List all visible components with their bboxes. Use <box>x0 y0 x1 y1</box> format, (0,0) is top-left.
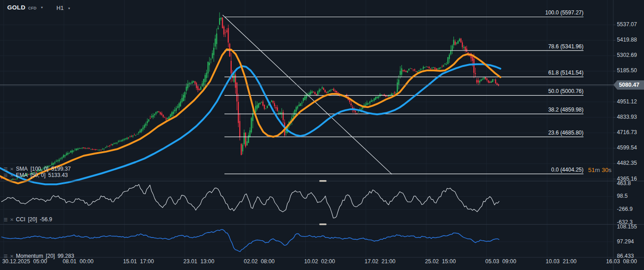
countdown-seconds: 30 <box>602 167 608 173</box>
indicator-legend-cci[interactable]: ☰ ✕ CCI[20]-56.9 <box>4 216 55 223</box>
ema-value: 5133.43 <box>48 172 68 178</box>
panel-resize-handle[interactable] <box>319 180 327 182</box>
close-icon[interactable]: ✕ <box>10 167 14 172</box>
trading-chart-window: 5537.075419.885302.695185.504951.124833.… <box>0 0 644 270</box>
grid-lines <box>0 0 613 257</box>
sma-name: SMA <box>16 166 28 172</box>
countdown-seconds-unit: s <box>608 167 611 173</box>
indicator-legend-sma[interactable]: ☰ ✕ SMA[100, 0]5199.37 <box>4 166 74 172</box>
current-price-tag: 5080.47 <box>613 80 644 90</box>
menu-icon[interactable]: ☰ <box>4 167 8 172</box>
time-scale[interactable] <box>0 258 644 270</box>
chart-canvas[interactable] <box>0 0 644 270</box>
timeframe-selector[interactable]: H1 ▾ <box>56 5 70 11</box>
momentum-line <box>1 229 499 251</box>
moving-averages <box>0 49 500 184</box>
sma-params: [100, 0] <box>30 166 48 172</box>
close-icon[interactable]: ✕ <box>10 173 14 178</box>
price-scale[interactable] <box>614 0 644 270</box>
momentum-name: Momentum <box>16 253 43 259</box>
countdown-minutes-unit: m <box>595 167 600 173</box>
ema-name: EMA <box>16 172 28 178</box>
countdown-minutes: 51 <box>588 167 595 173</box>
close-icon[interactable]: ✕ <box>10 254 14 259</box>
timeframe-label: H1 <box>56 5 64 11</box>
menu-icon[interactable]: ☰ <box>4 217 8 222</box>
close-icon[interactable]: ✕ <box>10 217 14 222</box>
cci-value: -56.9 <box>40 216 52 223</box>
instrument-type-badge: CFD <box>28 6 37 10</box>
sma-value: 5199.37 <box>51 166 70 172</box>
sma-line <box>0 64 500 184</box>
candle-countdown-timer: 51m 30s <box>588 167 611 173</box>
momentum-value: 99.283 <box>57 253 74 259</box>
symbol-name: GOLD <box>7 4 25 11</box>
ema-params: [50, 0] <box>30 172 45 178</box>
trendline <box>223 15 392 174</box>
symbol-selector[interactable]: GOLD CFD ▾ <box>7 4 43 11</box>
panel-resize-handle[interactable] <box>319 223 327 225</box>
cci-line <box>1 184 499 218</box>
cci-name: CCI <box>16 216 25 223</box>
menu-icon[interactable]: ☰ <box>4 254 8 259</box>
chevron-down-icon: ▾ <box>41 5 43 9</box>
indicator-legend-momentum[interactable]: ☰ ✕ Momentum[20]99.283 <box>4 253 77 259</box>
cci-params: [20] <box>28 216 37 223</box>
chevron-down-icon: ▾ <box>68 6 70 10</box>
momentum-params: [20] <box>46 253 55 259</box>
indicator-legend-ema[interactable]: ☰ ✕ EMA[50, 0]5133.43 <box>4 172 70 178</box>
menu-icon[interactable]: ☰ <box>4 173 8 178</box>
